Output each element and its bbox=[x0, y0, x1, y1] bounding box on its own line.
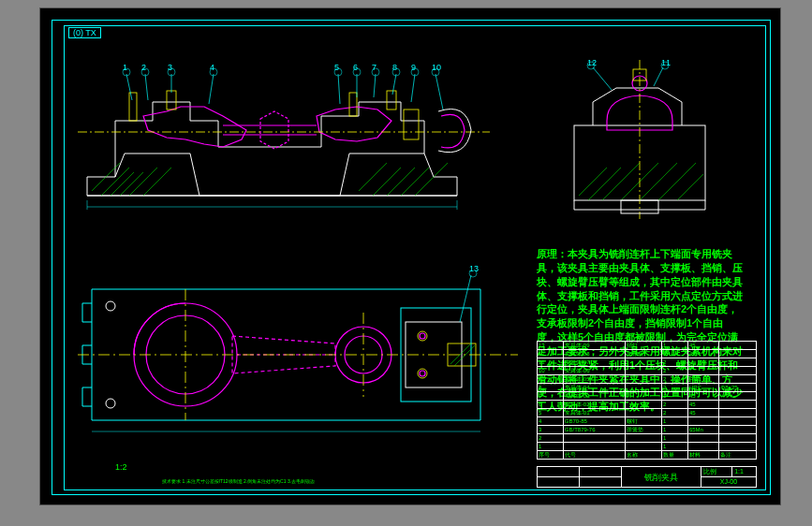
balloon-5: 5 bbox=[334, 63, 339, 72]
svg-rect-13 bbox=[129, 93, 137, 121]
bom-cell: 1 bbox=[662, 350, 688, 358]
svg-line-9 bbox=[401, 168, 429, 196]
bom-cell: 夹具体-03 bbox=[563, 392, 625, 401]
svg-line-27 bbox=[338, 74, 340, 104]
bom-cell: 弹簧垫 bbox=[626, 426, 662, 434]
bom-cell bbox=[626, 434, 662, 443]
bom-cell: 1 bbox=[662, 417, 688, 426]
svg-rect-16 bbox=[387, 91, 396, 110]
bom-cell: 45 bbox=[687, 392, 718, 401]
bom-cell bbox=[719, 358, 757, 367]
bom-cell bbox=[719, 409, 757, 417]
bom-cell: 夹具体-08 bbox=[563, 350, 625, 358]
svg-line-5 bbox=[143, 168, 171, 196]
scale-key: 比例 bbox=[701, 467, 732, 477]
svg-line-37 bbox=[436, 74, 443, 110]
svg-line-49 bbox=[640, 163, 677, 200]
svg-line-33 bbox=[392, 74, 396, 95]
svg-line-3 bbox=[120, 172, 143, 196]
bom-header-name: 名称 bbox=[626, 451, 662, 460]
bom-cell bbox=[626, 358, 662, 367]
bom-cell bbox=[626, 401, 662, 409]
plan-view bbox=[78, 270, 518, 439]
svg-line-75 bbox=[450, 343, 471, 364]
svg-rect-14 bbox=[167, 91, 176, 110]
bom-cell: 夹具体-02 bbox=[563, 401, 625, 409]
svg-point-74 bbox=[106, 399, 115, 408]
bom-cell bbox=[719, 350, 757, 358]
bom-cell bbox=[719, 426, 757, 434]
bom-cell: 2 bbox=[662, 358, 688, 367]
bom-cell bbox=[687, 434, 718, 443]
title-block: 铣削夹具 比例 1:1 XJ-00 bbox=[537, 466, 757, 488]
bom-cell: HRC bbox=[687, 384, 718, 392]
bom-cell: 2 bbox=[538, 434, 564, 443]
balloon-3: 3 bbox=[168, 63, 172, 72]
cad-window: (0) TX bbox=[0, 0, 812, 526]
bom-cell: 10 bbox=[538, 367, 564, 375]
svg-point-66 bbox=[420, 333, 425, 339]
bom-cell: 支撑板 bbox=[626, 350, 662, 358]
bom-cell: 4 bbox=[538, 417, 564, 426]
bom-cell bbox=[563, 443, 625, 451]
bom-cell: HRC bbox=[687, 375, 718, 384]
bom-cell: 1 bbox=[662, 392, 688, 401]
balloon-13: 13 bbox=[469, 264, 479, 273]
bom-cell: 45 bbox=[687, 342, 718, 350]
bom-cell: 1 bbox=[662, 342, 688, 350]
bom-cell: 45 bbox=[687, 350, 718, 358]
sheet-tag: (0) TX bbox=[68, 27, 101, 38]
svg-line-10 bbox=[415, 163, 448, 196]
drawing-canvas[interactable]: (0) TX bbox=[39, 7, 781, 505]
bom-cell: 2 bbox=[662, 375, 688, 384]
bom-cell bbox=[719, 401, 757, 409]
bom-cell: 2 bbox=[662, 384, 688, 392]
bom-cell: 夹具体-07 bbox=[563, 358, 625, 367]
balloon-8: 8 bbox=[392, 63, 397, 72]
technical-requirements: 技术要求 1.未注尺寸公差按IT12级制造 2.倒角未注处均为C1 3.去毛刺锐… bbox=[162, 479, 315, 485]
bom-cell bbox=[687, 417, 718, 426]
bom-cell: 5 bbox=[538, 409, 564, 417]
svg-line-76 bbox=[454, 345, 475, 366]
bom-cell: 夹具体-01 bbox=[563, 409, 625, 417]
svg-rect-17 bbox=[404, 110, 419, 139]
bom-cell bbox=[626, 375, 662, 384]
scale-value: 1:1 bbox=[732, 467, 757, 477]
balloon-10: 10 bbox=[432, 63, 441, 72]
bom-cell: 1 bbox=[538, 443, 564, 451]
bom-header-no: 序号 bbox=[538, 451, 564, 460]
bom-cell: 9 bbox=[538, 375, 564, 384]
svg-line-46 bbox=[588, 168, 621, 200]
bom-cell: Φ8×25 bbox=[719, 384, 757, 392]
svg-line-50 bbox=[658, 163, 696, 200]
front-elevation-view bbox=[78, 65, 490, 214]
bom-cell: 夹具体-04 bbox=[563, 384, 625, 392]
bom-cell bbox=[626, 367, 662, 375]
bom-cell: 11 bbox=[538, 358, 564, 367]
balloon-4: 4 bbox=[210, 63, 214, 72]
bom-cell bbox=[626, 392, 662, 401]
bom-cell bbox=[626, 384, 662, 392]
balloon-6: 6 bbox=[353, 63, 358, 72]
bom-cell bbox=[719, 367, 757, 375]
svg-line-45 bbox=[579, 168, 607, 196]
bom-cell: 45 bbox=[687, 409, 718, 417]
svg-line-25 bbox=[209, 74, 214, 104]
bom-cell: 2 bbox=[662, 401, 688, 409]
drawing-name: 铣削夹具 bbox=[622, 467, 701, 488]
bom-cell: 12 bbox=[538, 350, 564, 358]
svg-line-8 bbox=[387, 168, 415, 196]
bom-header-code: 代号 bbox=[563, 451, 625, 460]
bom-cell: 夹具体-05 bbox=[563, 375, 625, 384]
bom-table: 13夹具体-09销钉14512夹具体-08支撑板14511夹具体-07210夹具… bbox=[537, 341, 757, 460]
balloon-2: 2 bbox=[141, 63, 146, 72]
bom-cell bbox=[687, 358, 718, 367]
bom-cell: 夹具体-06 bbox=[563, 367, 625, 375]
bom-cell bbox=[719, 443, 757, 451]
bom-cell: 8 bbox=[538, 384, 564, 392]
bom-cell bbox=[626, 443, 662, 451]
bom-cell bbox=[687, 367, 718, 375]
bom-cell bbox=[719, 417, 757, 426]
bom-cell bbox=[626, 409, 662, 417]
drawing-number: XJ-00 bbox=[701, 477, 757, 488]
